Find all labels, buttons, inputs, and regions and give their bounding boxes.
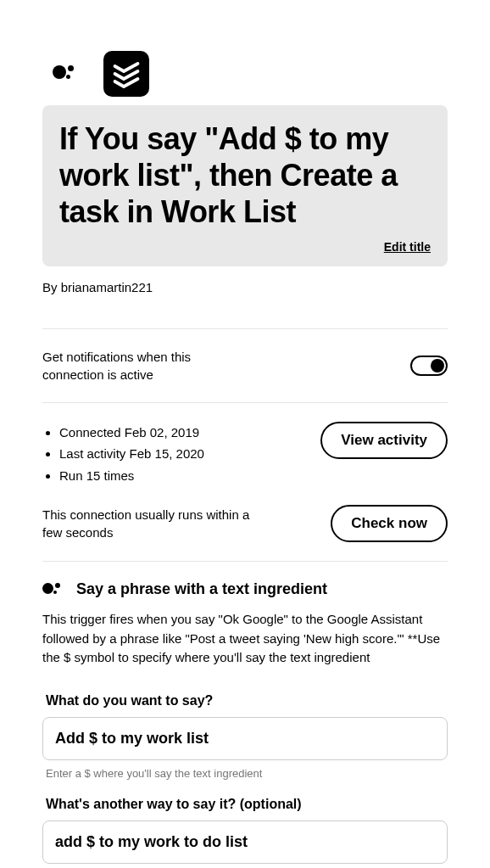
edit-title-link[interactable]: Edit title [384,240,431,254]
check-row: This connection usually runs within a fe… [42,505,448,561]
trigger-title: Say a phrase with a text ingredient [76,580,327,598]
view-activity-button[interactable]: View activity [320,422,448,459]
title-card: If You say "Add $ to my work list", then… [42,105,448,266]
todoist-icon [103,51,149,97]
trigger-section: Say a phrase with a text ingredient This… [42,562,448,868]
author-name: brianamartin221 [61,280,153,294]
activity-last: Last activity Feb 15, 2020 [59,443,204,465]
trigger-header: Say a phrase with a text ingredient [42,580,448,598]
check-now-button[interactable]: Check now [331,505,448,542]
phrase1-hint: Enter a $ where you'll say the text ingr… [42,767,448,780]
service-icons-row [42,51,448,97]
activity-row: Connected Feb 02, 2019 Last activity Feb… [42,403,448,506]
trigger-description: This trigger fires when you say "Ok Goog… [42,610,448,668]
activity-connected: Connected Feb 02, 2019 [59,422,204,444]
google-assistant-icon [42,581,64,598]
activity-runs: Run 15 times [59,465,204,487]
byline: By brianamartin221 [42,280,448,294]
phrase1-field-group: What do you want to say? Enter a $ where… [42,693,448,780]
phrase2-input[interactable] [42,820,448,864]
notifications-label: Get notifications when this connection i… [42,348,212,384]
activity-list: Connected Feb 02, 2019 Last activity Feb… [42,422,204,487]
notifications-row: Get notifications when this connection i… [42,329,448,402]
phrase1-label: What do you want to say? [42,693,448,708]
notifications-toggle[interactable] [410,356,448,376]
check-text: This connection usually runs within a fe… [42,506,263,541]
phrase2-field-group: What's another way to say it? (optional)… [42,797,448,868]
phrase1-input[interactable] [42,717,448,760]
phrase2-label: What's another way to say it? (optional) [42,797,448,812]
google-assistant-icon [42,51,88,97]
applet-title: If You say "Add $ to my work list", then… [59,120,431,231]
